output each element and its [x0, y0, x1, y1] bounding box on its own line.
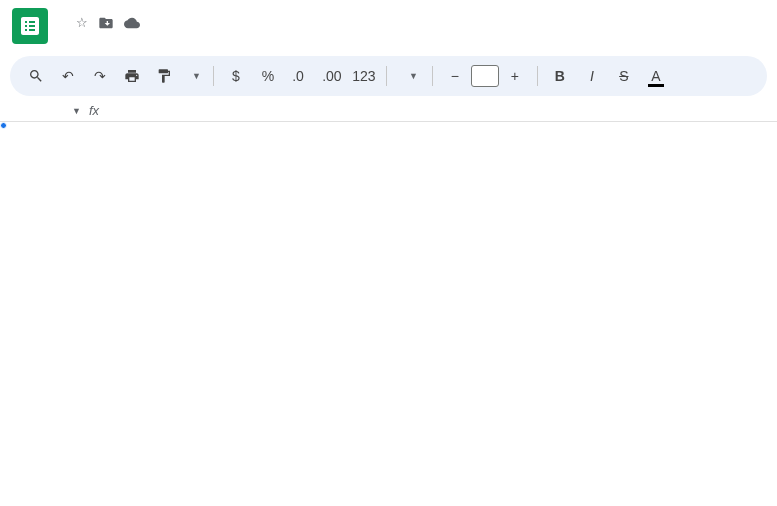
- currency-icon[interactable]: $: [222, 62, 250, 90]
- menu-data[interactable]: [138, 33, 152, 37]
- formula-input[interactable]: [107, 109, 765, 113]
- menu-insert[interactable]: [106, 33, 120, 37]
- toolbar: ↶ ↷ ▼ $ % .0 .00 123 ▼ − + B I S A: [10, 56, 767, 96]
- search-icon[interactable]: [22, 62, 50, 90]
- menu-help[interactable]: [186, 33, 200, 37]
- increase-decimal-icon[interactable]: .00: [318, 62, 346, 90]
- font-size-input[interactable]: [471, 65, 499, 87]
- header: ☆: [0, 0, 777, 52]
- menu-file[interactable]: [58, 33, 72, 37]
- text-color-icon[interactable]: A: [642, 62, 670, 90]
- decrease-font-icon[interactable]: −: [441, 62, 469, 90]
- more-formats-icon[interactable]: 123: [350, 62, 378, 90]
- cloud-icon[interactable]: [124, 15, 140, 31]
- print-icon[interactable]: [118, 62, 146, 90]
- formula-bar: ▼ fx: [0, 100, 777, 122]
- name-box-dropdown-icon[interactable]: ▼: [72, 106, 81, 116]
- name-box[interactable]: [12, 109, 62, 113]
- percent-icon[interactable]: %: [254, 62, 282, 90]
- menu-extensions[interactable]: [170, 33, 184, 37]
- title-area: ☆: [58, 15, 200, 37]
- undo-icon[interactable]: ↶: [54, 62, 82, 90]
- italic-icon[interactable]: I: [578, 62, 606, 90]
- zoom-select[interactable]: ▼: [182, 71, 205, 81]
- menu-format[interactable]: [122, 33, 136, 37]
- font-select[interactable]: ▼: [395, 71, 424, 81]
- doc-title[interactable]: [58, 22, 66, 24]
- sheets-logo[interactable]: [12, 8, 48, 44]
- menu-tools[interactable]: [154, 33, 168, 37]
- menu-edit[interactable]: [74, 33, 88, 37]
- menubar: [58, 33, 200, 37]
- menu-view[interactable]: [90, 33, 104, 37]
- fx-icon: fx: [89, 103, 99, 118]
- decrease-decimal-icon[interactable]: .0: [286, 62, 314, 90]
- bold-icon[interactable]: B: [546, 62, 574, 90]
- star-icon[interactable]: ☆: [76, 15, 88, 31]
- strikethrough-icon[interactable]: S: [610, 62, 638, 90]
- move-icon[interactable]: [98, 15, 114, 31]
- redo-icon[interactable]: ↷: [86, 62, 114, 90]
- spreadsheet-grid: [0, 122, 777, 146]
- paint-format-icon[interactable]: [150, 62, 178, 90]
- increase-font-icon[interactable]: +: [501, 62, 529, 90]
